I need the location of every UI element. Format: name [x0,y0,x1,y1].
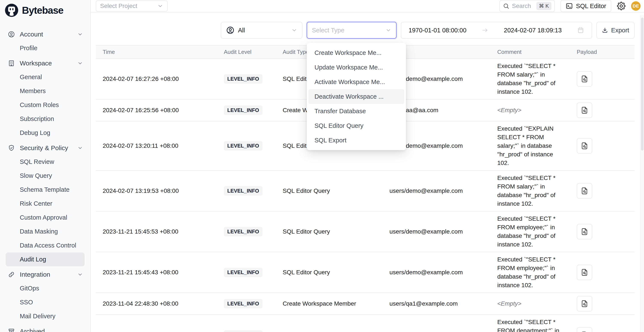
sidebar-item-subscription[interactable]: Subscription [0,112,90,126]
file-search-icon [580,187,588,195]
table-row: 2023-11-21 15:45:43 +08:00LEVEL_INFOSQL … [96,252,634,293]
sidebar-item-sso[interactable]: SSO [0,295,90,309]
date-end-value: 2024-02-07 18:09:13 [504,27,562,34]
table-row: 2023-11-04 21:26:34 +08:00LEVEL_INFOSQL … [96,315,634,332]
sidebar-item-label: Debug Log [20,129,50,136]
payload-view-button[interactable] [577,327,592,332]
brand-name: Bytebase [22,4,63,16]
sidebar-item-slow-query[interactable]: Slow Query [0,169,90,183]
payload-view-button[interactable] [577,71,592,87]
brand-logo[interactable]: Bytebase [0,0,90,17]
main-area: Select Project Search ⌘ K SQL Editor [91,0,644,332]
cell-audit-level: LEVEL_INFO [224,268,283,277]
search-input[interactable]: Search ⌘ K [500,0,555,12]
project-select-placeholder: Select Project [100,2,137,9]
chevron-down-icon [77,60,83,66]
file-search-icon [580,142,588,150]
cell-actor: users/qa1@example.com [390,300,497,307]
audit-level-badge: LEVEL_INFO [224,299,262,308]
scrollbar-thumb[interactable] [641,17,644,151]
column-header-payload: Payload [577,49,634,55]
sidebar: Bytebase AccountProfileWorkspaceGeneralM… [0,0,91,332]
sidebar-item-custom-roles[interactable]: Custom Roles [0,98,90,112]
column-header-comment: Comment [497,49,577,55]
file-search-icon [580,228,588,236]
sidebar-item-label: Archived [20,328,45,332]
sidebar-item-data-access-control[interactable]: Data Access Control [0,238,90,252]
cell-audit-level: LEVEL_INFO [224,186,283,196]
sidebar-item-audit-log[interactable]: Audit Log [6,252,85,266]
table-row: 2023-11-21 15:45:53 +08:00LEVEL_INFOSQL … [96,211,634,252]
sidebar-item-members[interactable]: Members [0,84,90,98]
date-range-picker[interactable]: 1970-01-01 08:00:00 2024-02-07 18:09:13 [401,22,592,39]
sidebar-item-security-policy[interactable]: Security & Policy [0,141,90,155]
dropdown-item-deactivate-workspace[interactable]: Deactivate Workspace ... [308,89,404,104]
date-start-value: 1970-01-01 08:00:00 [408,27,466,34]
cell-comment: Executed `"SELECT * FROM employee;"` in … [497,255,577,290]
chevron-down-icon [77,145,83,151]
audit-level-badge: LEVEL_INFO [224,330,262,332]
sidebar-item-label: Account [20,31,43,38]
sidebar-item-data-masking[interactable]: Data Masking [0,225,90,238]
export-button[interactable]: Export [596,22,634,39]
sidebar-item-general[interactable]: General [0,70,90,84]
sidebar-item-label: Audit Log [20,256,46,263]
sidebar-item-gitops[interactable]: GitOps [0,281,90,295]
cell-comment: Executed `"SELECT * FROM department;"` i… [497,318,577,332]
sidebar-item-risk-center[interactable]: Risk Center [0,197,90,211]
payload-view-button[interactable] [577,103,592,118]
sidebar-item-custom-approval[interactable]: Custom Approval [0,211,90,225]
sidebar-item-archived[interactable]: Archived [0,324,90,332]
sidebar-item-workspace[interactable]: Workspace [0,56,90,70]
sidebar-item-account[interactable]: Account [0,27,90,41]
user-avatar[interactable]: DE [631,1,640,11]
cell-audit-level: LEVEL_INFO [224,141,283,151]
cell-comment: Executed `"EXPLAIN SELECT * FROM salary;… [497,124,577,167]
user-circle-icon [8,31,15,38]
file-search-icon [580,268,588,276]
cell-audit-level: LEVEL_INFO [224,74,283,84]
dropdown-item-activate-workspace-me[interactable]: Activate Workspace Me... [308,75,404,89]
chevron-down-icon [385,27,392,33]
sidebar-item-label: General [20,74,42,81]
payload-view-button[interactable] [577,265,592,280]
chevron-down-icon [77,272,83,277]
dropdown-item-sql-export[interactable]: SQL Export [308,133,404,148]
file-search-icon [580,331,588,332]
sql-editor-button[interactable]: SQL Editor [560,0,611,12]
dropdown-item-transfer-database[interactable]: Transfer Database [308,104,404,118]
chevron-down-icon [291,27,297,33]
sidebar-item-debug-log[interactable]: Debug Log [0,126,90,140]
payload-view-button[interactable] [577,296,592,312]
cell-time: 2024-02-07 16:27:26 +08:00 [103,75,224,82]
payload-view-button[interactable] [577,138,592,154]
settings-button[interactable] [617,2,626,10]
project-select[interactable]: Select Project [96,0,168,11]
payload-view-button[interactable] [577,183,592,199]
arrow-right-icon [482,27,488,34]
dropdown-item-update-workspace-me[interactable]: Update Workspace Me... [308,60,404,75]
cell-comment: Executed `"SELECT * FROM salary;"` in da… [497,62,577,96]
payload-view-button[interactable] [577,224,592,239]
sidebar-item-schema-template[interactable]: Schema Template [0,183,90,197]
sidebar-item-profile[interactable]: Profile [0,41,90,55]
type-filter-select[interactable]: Select Type [307,22,396,39]
type-dropdown-menu: Create Workspace Me...Update Workspace M… [307,43,406,150]
sql-editor-label: SQL Editor [576,2,606,10]
cell-payload [577,103,634,118]
sidebar-item-sql-review[interactable]: SQL Review [0,155,90,169]
cell-time: 2023-11-04 22:48:30 +08:00 [103,300,224,307]
bytebase-logo-icon [5,3,18,17]
sidebar-item-label: Custom Approval [20,214,67,221]
table-row: 2023-11-04 22:48:30 +08:00LEVEL_INFOCrea… [96,293,634,315]
sidebar-item-mail-delivery[interactable]: Mail Delivery [0,309,90,323]
sidebar-item-integration[interactable]: Integration [0,267,90,281]
cell-actor: users/demo@example.com [390,187,497,194]
file-search-icon [580,75,588,83]
archive-icon [8,328,15,332]
actor-filter-select[interactable]: All [221,22,302,39]
cell-payload [577,327,634,332]
dropdown-item-create-workspace-me[interactable]: Create Workspace Me... [308,45,404,60]
cell-payload [577,71,634,87]
dropdown-item-sql-editor-query[interactable]: SQL Editor Query [308,118,404,133]
